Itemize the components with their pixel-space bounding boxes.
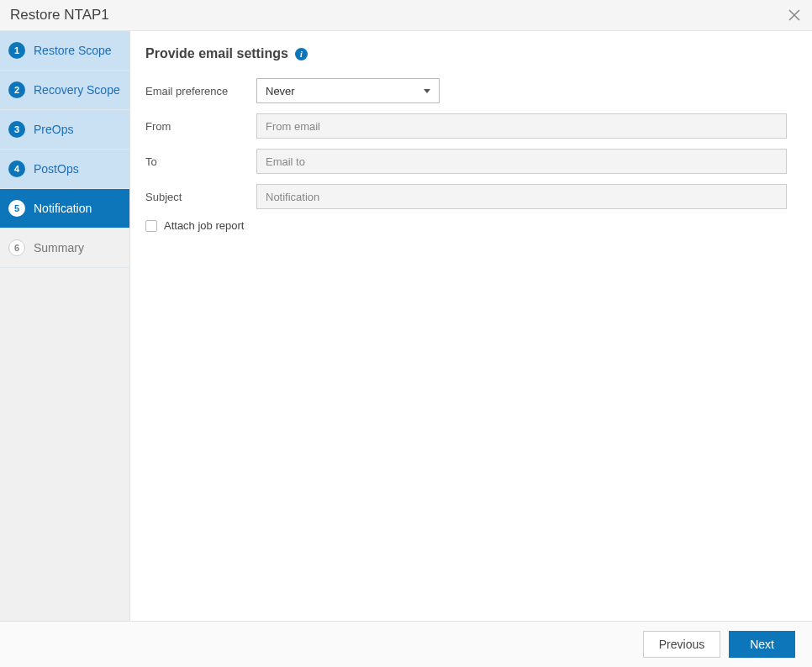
email-preference-select[interactable]: Never	[256, 78, 440, 103]
from-row: From	[145, 113, 787, 139]
step-number: 2	[8, 81, 25, 98]
attach-report-checkbox[interactable]	[145, 220, 157, 232]
sidebar-item-preops[interactable]: 3 PreOps	[0, 110, 129, 150]
step-label: Notification	[34, 202, 92, 215]
close-icon[interactable]	[788, 9, 800, 21]
restore-dialog: Restore NTAP1 1 Restore Scope 2 Recovery…	[0, 0, 812, 667]
from-input[interactable]	[256, 113, 787, 139]
email-preference-value: Never	[266, 85, 295, 97]
wizard-sidebar: 1 Restore Scope 2 Recovery Scope 3 PreOp…	[0, 31, 130, 621]
main-panel: Provide email settings i Email preferenc…	[130, 31, 812, 621]
step-label: PreOps	[34, 123, 73, 136]
email-preference-row: Email preference Never	[145, 78, 787, 103]
next-button[interactable]: Next	[729, 631, 795, 658]
info-icon[interactable]: i	[295, 48, 308, 60]
subject-input[interactable]	[256, 184, 787, 209]
from-label: From	[145, 120, 256, 133]
step-label: Summary	[34, 241, 84, 255]
to-label: To	[145, 155, 256, 168]
step-label: PostOps	[34, 162, 79, 176]
sidebar-item-summary[interactable]: 6 Summary	[0, 228, 129, 268]
step-label: Restore Scope	[34, 44, 112, 57]
previous-button[interactable]: Previous	[643, 631, 720, 658]
step-label: Recovery Scope	[34, 83, 120, 97]
to-input[interactable]	[256, 149, 787, 174]
sidebar-item-postops[interactable]: 4 PostOps	[0, 150, 129, 189]
step-number: 4	[8, 160, 25, 177]
subject-row: Subject	[145, 184, 787, 209]
attach-report-row: Attach job report	[145, 219, 787, 232]
page-title-row: Provide email settings i	[145, 46, 787, 61]
subject-label: Subject	[145, 191, 256, 203]
step-number: 1	[8, 42, 25, 59]
attach-report-label: Attach job report	[164, 219, 244, 232]
sidebar-item-restore-scope[interactable]: 1 Restore Scope	[0, 31, 129, 71]
sidebar-item-notification[interactable]: 5 Notification	[0, 189, 129, 228]
dialog-footer: Previous Next	[0, 621, 812, 667]
to-row: To	[145, 149, 787, 174]
dialog-body: 1 Restore Scope 2 Recovery Scope 3 PreOp…	[0, 31, 812, 621]
step-number: 3	[8, 121, 25, 138]
step-number: 6	[8, 239, 25, 256]
page-title: Provide email settings	[145, 46, 288, 61]
email-preference-label: Email preference	[145, 85, 256, 97]
sidebar-item-recovery-scope[interactable]: 2 Recovery Scope	[0, 71, 129, 110]
dialog-title: Restore NTAP1	[10, 7, 109, 24]
chevron-down-icon	[424, 89, 430, 93]
dialog-header: Restore NTAP1	[0, 0, 812, 31]
step-number: 5	[8, 200, 25, 217]
